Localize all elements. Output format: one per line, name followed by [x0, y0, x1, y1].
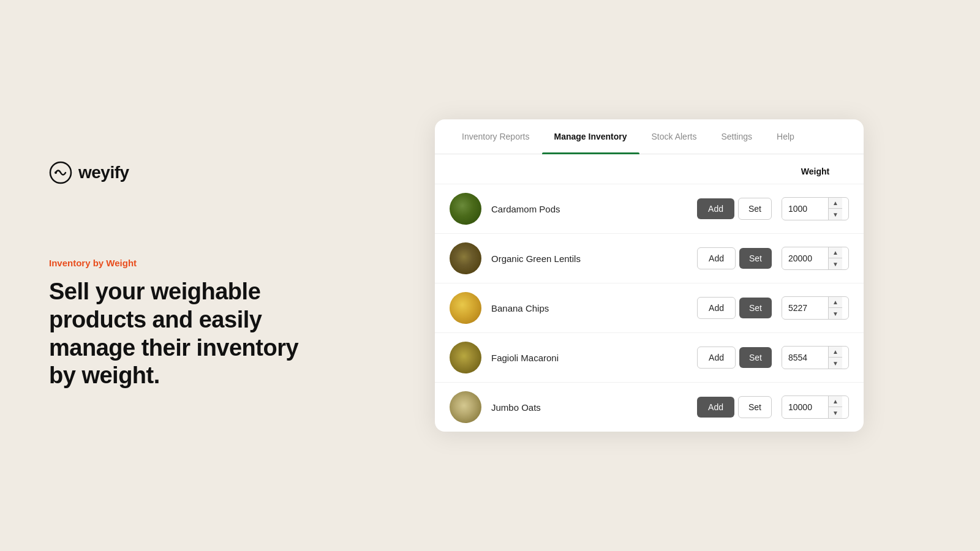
spinner-down[interactable]: ▼	[829, 407, 842, 418]
weight-spinners: ▲ ▼	[828, 297, 842, 319]
products-list: Cardamom Pods Add Set ▲ ▼ Organic Green …	[435, 184, 864, 432]
product-name: Fagioli Macaroni	[491, 353, 687, 363]
weight-input[interactable]	[782, 199, 828, 219]
weight-input-wrap: ▲ ▼	[782, 346, 849, 369]
product-name: Banana Chips	[491, 303, 687, 313]
right-panel: Inventory Reports Manage Inventory Stock…	[343, 95, 980, 456]
tab-help[interactable]: Help	[764, 119, 807, 154]
spinner-up[interactable]: ▲	[829, 297, 842, 308]
table-row: Organic Green Lentils Add Set ▲ ▼	[435, 233, 864, 283]
app-card: Inventory Reports Manage Inventory Stock…	[435, 119, 864, 432]
tab-stock-alerts[interactable]: Stock Alerts	[639, 119, 709, 154]
add-button[interactable]: Add	[697, 247, 736, 269]
weight-column-header: Weight	[782, 167, 849, 176]
action-buttons: Add Set	[697, 396, 772, 418]
table-row: Cardamom Pods Add Set ▲ ▼	[435, 184, 864, 233]
set-button[interactable]: Set	[738, 198, 772, 220]
weight-spinners: ▲ ▼	[828, 347, 842, 369]
feature-section: Inventory by Weight Sell your weighable …	[49, 258, 306, 389]
set-button[interactable]: Set	[739, 248, 772, 269]
tab-settings[interactable]: Settings	[709, 119, 764, 154]
add-button[interactable]: Add	[697, 198, 734, 219]
left-panel: weyify Inventory by Weight Sell your wei…	[0, 124, 343, 426]
table-row: Jumbo Oats Add Set ▲ ▼	[435, 382, 864, 432]
tab-manage-inventory[interactable]: Manage Inventory	[542, 119, 639, 154]
weight-spinners: ▲ ▼	[828, 396, 842, 418]
svg-point-1	[55, 171, 57, 174]
feature-label: Inventory by Weight	[49, 258, 306, 268]
action-buttons: Add Set	[697, 347, 772, 369]
table-row: Fagioli Macaroni Add Set ▲ ▼	[435, 332, 864, 382]
weight-input[interactable]	[782, 348, 828, 367]
spinner-up[interactable]: ▲	[829, 396, 842, 407]
spinner-down[interactable]: ▼	[829, 258, 842, 269]
weight-spinners: ▲ ▼	[828, 198, 842, 220]
weight-input-wrap: ▲ ▼	[782, 296, 849, 320]
spinner-up[interactable]: ▲	[829, 198, 842, 209]
spinner-up[interactable]: ▲	[829, 247, 842, 258]
product-image	[450, 391, 481, 423]
weight-spinners: ▲ ▼	[828, 247, 842, 269]
logo-icon	[49, 161, 72, 184]
product-image	[450, 242, 481, 274]
add-button[interactable]: Add	[697, 397, 734, 418]
set-button[interactable]: Set	[738, 396, 772, 418]
weight-input[interactable]	[782, 249, 828, 268]
action-buttons: Add Set	[697, 297, 772, 319]
product-image	[450, 292, 481, 324]
product-name: Jumbo Oats	[491, 402, 687, 413]
weight-input-wrap: ▲ ▼	[782, 247, 849, 270]
add-button[interactable]: Add	[697, 347, 736, 369]
feature-heading: Sell your weighable products and easily …	[49, 278, 306, 389]
weight-input-wrap: ▲ ▼	[782, 197, 849, 220]
table-header: Weight	[435, 154, 864, 184]
logo: weyify	[49, 161, 306, 184]
spinner-up[interactable]: ▲	[829, 347, 842, 358]
tab-inventory-reports[interactable]: Inventory Reports	[450, 119, 542, 154]
action-buttons: Add Set	[697, 247, 772, 269]
spinner-down[interactable]: ▼	[829, 308, 842, 319]
weight-input[interactable]	[782, 298, 828, 318]
product-image	[450, 342, 481, 373]
spinner-down[interactable]: ▼	[829, 209, 842, 220]
logo-text: weyify	[78, 163, 129, 182]
weight-input-wrap: ▲ ▼	[782, 395, 849, 419]
product-name: Cardamom Pods	[491, 204, 687, 214]
tabs-bar: Inventory Reports Manage Inventory Stock…	[435, 119, 864, 154]
weight-input[interactable]	[782, 397, 828, 417]
table-row: Banana Chips Add Set ▲ ▼	[435, 283, 864, 332]
spinner-down[interactable]: ▼	[829, 358, 842, 369]
set-button[interactable]: Set	[739, 347, 772, 368]
action-buttons: Add Set	[697, 198, 772, 220]
add-button[interactable]: Add	[697, 297, 736, 319]
set-button[interactable]: Set	[739, 298, 772, 318]
product-image	[450, 193, 481, 225]
product-name: Organic Green Lentils	[491, 253, 687, 264]
